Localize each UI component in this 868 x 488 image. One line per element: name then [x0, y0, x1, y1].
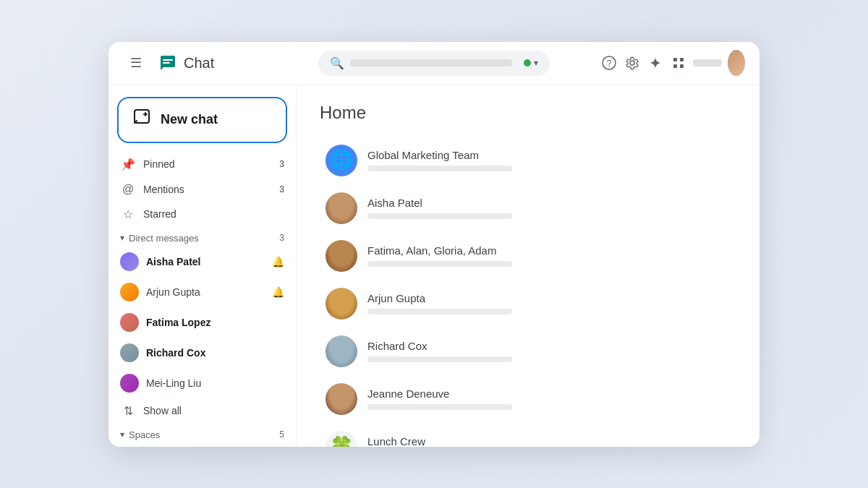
- avatar-aisha: [120, 252, 139, 271]
- menu-button[interactable]: ☰: [123, 50, 149, 76]
- home-item-info-lunch: Lunch Crew: [367, 435, 731, 447]
- sidebar-item-show-all[interactable]: ⇅ Show all: [111, 399, 293, 423]
- search-bar: 🔍 ▾: [318, 51, 550, 76]
- dm-section-count: 3: [279, 233, 284, 243]
- home-item-preview-aisha: [367, 213, 512, 219]
- home-item-preview-arjun: [367, 309, 512, 314]
- dm-section-title: Direct messages: [129, 233, 275, 244]
- bell-aisha-icon: 🔔: [272, 256, 284, 267]
- avatar-richard: [120, 343, 139, 362]
- home-item-info-global: Global Marketing Team: [367, 149, 731, 171]
- home-item-name-richard: Richard Cox: [367, 340, 731, 352]
- contact-name-meiling: Mei-Ling Liu: [146, 377, 284, 389]
- mentions-badge: 3: [273, 184, 284, 194]
- home-avatar-arjun: [326, 288, 357, 320]
- home-item-info-arjun: Arjun Gupta: [367, 292, 731, 314]
- sidebar: New chat 📌 Pinned 3 @ Mentions 3 ☆ Starr…: [109, 85, 297, 447]
- shamrock-icon: 🍀: [330, 435, 353, 447]
- chat-logo: Chat: [158, 53, 214, 73]
- home-item-info-fatima-group: Fatima, Alan, Gloria, Adam: [367, 244, 731, 267]
- home-item-name-arjun: Arjun Gupta: [367, 292, 731, 304]
- svg-text:?: ?: [607, 59, 612, 69]
- pin-icon: 📌: [120, 158, 136, 171]
- app-title: Chat: [184, 55, 214, 72]
- sidebar-item-pinned[interactable]: 📌 Pinned 3: [111, 153, 293, 176]
- show-all-icon: ⇅: [120, 404, 136, 418]
- home-list: 🌐 Global Marketing Team Aisha Patel: [320, 137, 736, 447]
- apps-button[interactable]: [670, 50, 687, 76]
- home-avatar-richard: [326, 335, 357, 367]
- show-all-label: Show all: [143, 405, 284, 416]
- app-body: New chat 📌 Pinned 3 @ Mentions 3 ☆ Starr…: [109, 85, 760, 447]
- settings-button[interactable]: [624, 50, 641, 76]
- home-item-preview-jeanne: [367, 404, 512, 410]
- home-item-name-fatima-group: Fatima, Alan, Gloria, Adam: [367, 244, 731, 257]
- contact-name-richard: Richard Cox: [146, 347, 284, 359]
- home-item-name-jeanne: Jeanne Deneuve: [367, 388, 731, 400]
- app-window: ☰ Chat 🔍 ▾: [109, 42, 760, 447]
- pinned-label: Pinned: [143, 158, 265, 170]
- home-item-info-aisha: Aisha Patel: [367, 197, 731, 219]
- contact-name-aisha: Aisha Patel: [146, 256, 265, 267]
- svg-rect-5: [680, 64, 684, 68]
- avatar-arjun: [120, 283, 139, 301]
- home-avatar-aisha: [326, 192, 357, 224]
- header: ☰ Chat 🔍 ▾: [109, 42, 760, 85]
- sidebar-item-lunch-crew[interactable]: 🍀 Lunch Crew 🔔: [111, 444, 293, 447]
- sidebar-item-aisha[interactable]: Aisha Patel 🔔: [111, 247, 293, 276]
- header-left: ☰ Chat: [123, 50, 268, 76]
- home-item-preview-richard: [367, 356, 512, 362]
- home-item-preview-global: [367, 166, 512, 171]
- home-avatar-jeanne: [326, 383, 357, 415]
- svg-rect-2: [673, 58, 677, 61]
- home-item-name-lunch: Lunch Crew: [367, 435, 731, 447]
- user-name: [693, 59, 722, 67]
- home-title: Home: [320, 103, 736, 123]
- home-item-name-global: Global Marketing Team: [367, 149, 731, 161]
- mentions-icon: @: [120, 183, 136, 196]
- sidebar-item-mentions[interactable]: @ Mentions 3: [111, 178, 293, 201]
- sidebar-item-meiling[interactable]: Mei-Ling Liu: [111, 369, 293, 398]
- chevron-down-icon: ▾: [534, 58, 538, 68]
- home-item-lunch[interactable]: 🍀 Lunch Crew: [320, 424, 736, 447]
- star-icon: ☆: [120, 207, 136, 221]
- mentions-label: Mentions: [143, 184, 265, 195]
- home-avatar-lunch: 🍀: [326, 431, 357, 447]
- status-selector[interactable]: ▾: [524, 58, 538, 68]
- home-item-jeanne[interactable]: Jeanne Deneuve: [320, 376, 736, 422]
- contact-name-fatima: Fatima Lopez: [146, 317, 284, 328]
- bell-arjun-icon: 🔔: [272, 286, 284, 298]
- new-chat-label: New chat: [161, 112, 218, 127]
- home-item-preview-fatima-group: [367, 261, 512, 267]
- new-chat-button[interactable]: New chat: [117, 97, 287, 143]
- home-item-aisha[interactable]: Aisha Patel: [320, 185, 736, 231]
- new-chat-icon: [133, 108, 152, 132]
- home-item-info-jeanne: Jeanne Deneuve: [367, 388, 731, 410]
- search-input[interactable]: [350, 59, 512, 67]
- sparkle-button[interactable]: [647, 50, 664, 76]
- starred-label: Starred: [143, 208, 284, 220]
- home-item-global[interactable]: 🌐 Global Marketing Team: [320, 137, 736, 184]
- home-item-richard[interactable]: Richard Cox: [320, 328, 736, 374]
- svg-rect-4: [673, 64, 677, 68]
- user-avatar[interactable]: [728, 50, 745, 76]
- home-item-arjun[interactable]: Arjun Gupta: [320, 281, 736, 327]
- avatar-fatima: [120, 313, 139, 332]
- sidebar-item-starred[interactable]: ☆ Starred: [111, 202, 293, 226]
- dm-section-header: ▾ Direct messages 3: [109, 227, 296, 247]
- main-content: Home 🌐 Global Marketing Team A: [297, 85, 760, 447]
- help-button[interactable]: ?: [600, 50, 618, 76]
- svg-rect-3: [680, 58, 684, 61]
- globe-icon: 🌐: [330, 149, 353, 171]
- sidebar-item-arjun[interactable]: Arjun Gupta 🔔: [111, 278, 293, 307]
- chat-logo-icon: [158, 53, 178, 73]
- header-center: 🔍 ▾: [268, 51, 600, 76]
- search-icon: 🔍: [330, 56, 344, 70]
- sidebar-item-richard[interactable]: Richard Cox: [111, 338, 293, 367]
- sidebar-item-fatima[interactable]: Fatima Lopez: [111, 308, 293, 337]
- avatar-meiling: [120, 374, 139, 393]
- spaces-chevron-icon: ▾: [120, 429, 124, 440]
- status-dot: [524, 59, 531, 67]
- contact-name-arjun: Arjun Gupta: [146, 286, 265, 298]
- home-item-fatima-group[interactable]: Fatima, Alan, Gloria, Adam: [320, 233, 736, 279]
